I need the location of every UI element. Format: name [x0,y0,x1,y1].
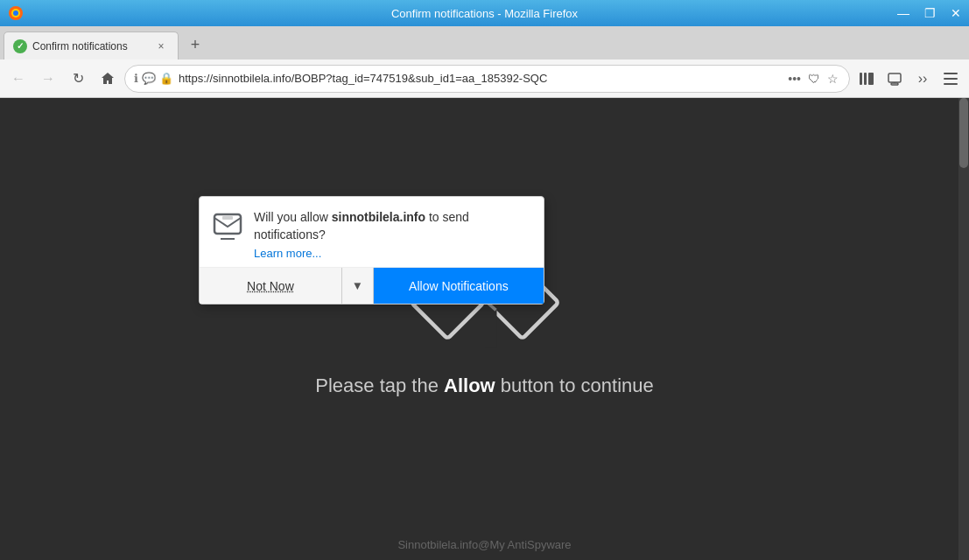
back-button[interactable]: ← [5,66,32,92]
notification-popup: Will you allow sinnotbilela.info to send… [199,196,544,304]
message-bold: Allow [444,374,495,396]
not-now-button[interactable]: Not Now [200,268,342,304]
titlebar-title: Confirm notifications - Mozilla Firefox [391,7,578,20]
popup-question-text: Will you allow sinnotbilela.info to send… [254,209,531,243]
navbar: ← → ↻ ℹ 💬 🔒 https://sinnotbilela.info/BO… [0,60,969,98]
close-button[interactable]: ✕ [943,0,969,26]
notification-icon [212,209,243,241]
address-bar[interactable]: ℹ 💬 🔒 https://sinnotbilela.info/BOBP?tag… [124,65,850,93]
shield-icon[interactable]: 🛡 [806,70,822,88]
popup-message: Will you allow sinnotbilela.info to send… [254,209,531,260]
message-prefix: Please tap the [315,374,444,396]
svg-rect-13 [222,216,233,220]
address-security-icons: ℹ 💬 🔒 [134,72,173,85]
svg-rect-7 [891,83,898,85]
titlebar: Confirm notifications - Mozilla Firefox … [0,0,969,26]
svg-rect-6 [888,74,901,82]
tabbar: Confirm notifications × + [0,26,969,60]
toolbar-right: ›› [853,66,964,92]
new-tab-button[interactable]: + [182,32,208,58]
tab-favicon [13,39,27,53]
more-address-icon[interactable]: ••• [786,70,803,88]
tab-title: Confirm notifications [32,40,148,52]
permissions-icon: 💬 [142,72,156,85]
hamburger-menu[interactable] [937,66,964,92]
svg-point-2 [13,10,18,16]
message-suffix: button to continue [495,374,654,396]
restore-button[interactable]: ❐ [916,0,943,26]
browser-content: Will you allow sinnotbilela.info to send… [0,98,969,560]
svg-rect-11 [944,83,958,85]
forward-button[interactable]: → [35,66,61,92]
allow-notifications-button[interactable]: Allow Notifications [374,268,544,304]
titlebar-controls: — ❐ ✕ [890,0,969,26]
not-now-dropdown-button[interactable]: ▼ [342,268,374,304]
lock-icon: 🔒 [159,72,173,85]
svg-rect-5 [868,73,874,85]
popup-question-prefix: Will you allow [254,210,332,224]
address-right-icons: ••• 🛡 ☆ [786,70,840,88]
tab-close-button[interactable]: × [153,38,169,54]
overflow-button[interactable]: ›› [909,66,936,92]
home-button[interactable] [95,66,121,92]
bookmark-icon[interactable]: ☆ [825,70,840,88]
synced-tabs-button[interactable] [881,66,908,92]
scrollbar-thumb[interactable] [959,98,968,168]
popup-actions: Not Now ▼ Allow Notifications [200,267,544,304]
scrollbar-track[interactable] [958,98,969,560]
page-info-icon[interactable]: ℹ [134,72,138,85]
minimize-button[interactable]: — [890,0,916,26]
popup-header: Will you allow sinnotbilela.info to send… [200,197,544,267]
library-button[interactable] [853,66,880,92]
site-footer: Sinnotbilela.info@My AntiSpyware [397,538,571,551]
url-text[interactable]: https://sinnotbilela.info/BOBP?tag_id=74… [179,72,781,85]
svg-rect-4 [864,73,867,85]
site-message: Please tap the Allow button to continue [315,374,653,397]
svg-rect-3 [860,73,862,85]
firefox-icon [7,4,25,22]
svg-rect-10 [944,78,958,80]
popup-site-name: sinnotbilela.info [332,210,425,224]
learn-more-link[interactable]: Learn more... [254,247,531,260]
reload-button[interactable]: ↻ [65,66,91,92]
active-tab[interactable]: Confirm notifications × [4,32,179,60]
svg-rect-9 [944,73,958,74]
